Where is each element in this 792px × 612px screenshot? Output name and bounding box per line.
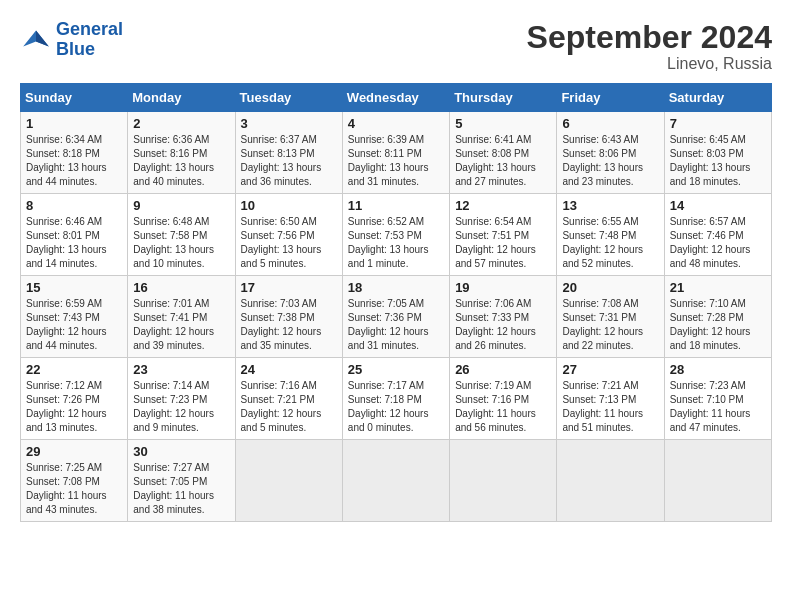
calendar-cell: 7 Sunrise: 6:45 AM Sunset: 8:03 PM Dayli… [664, 112, 771, 194]
cell-date: 6 [562, 116, 658, 131]
cell-date: 11 [348, 198, 444, 213]
cell-date: 3 [241, 116, 337, 131]
cell-date: 20 [562, 280, 658, 295]
calendar-row: 1 Sunrise: 6:34 AM Sunset: 8:18 PM Dayli… [21, 112, 772, 194]
col-sunday: Sunday [21, 84, 128, 112]
calendar-cell: 16 Sunrise: 7:01 AM Sunset: 7:41 PM Dayl… [128, 276, 235, 358]
cell-info: Sunrise: 6:54 AM Sunset: 7:51 PM Dayligh… [455, 215, 551, 271]
title-block: September 2024 Linevo, Russia [527, 20, 772, 73]
cell-info: Sunrise: 7:21 AM Sunset: 7:13 PM Dayligh… [562, 379, 658, 435]
cell-date: 17 [241, 280, 337, 295]
cell-date: 5 [455, 116, 551, 131]
logo: General Blue [20, 20, 123, 60]
cell-info: Sunrise: 7:03 AM Sunset: 7:38 PM Dayligh… [241, 297, 337, 353]
page-title: September 2024 [527, 20, 772, 55]
calendar-cell: 19 Sunrise: 7:06 AM Sunset: 7:33 PM Dayl… [450, 276, 557, 358]
cell-date: 30 [133, 444, 229, 459]
calendar-cell: 21 Sunrise: 7:10 AM Sunset: 7:28 PM Dayl… [664, 276, 771, 358]
calendar-cell: 24 Sunrise: 7:16 AM Sunset: 7:21 PM Dayl… [235, 358, 342, 440]
calendar-cell: 8 Sunrise: 6:46 AM Sunset: 8:01 PM Dayli… [21, 194, 128, 276]
cell-date: 9 [133, 198, 229, 213]
calendar-cell: 10 Sunrise: 6:50 AM Sunset: 7:56 PM Dayl… [235, 194, 342, 276]
logo-line1: General [56, 19, 123, 39]
calendar-row: 29 Sunrise: 7:25 AM Sunset: 7:08 PM Dayl… [21, 440, 772, 522]
calendar-cell [557, 440, 664, 522]
calendar-cell: 9 Sunrise: 6:48 AM Sunset: 7:58 PM Dayli… [128, 194, 235, 276]
cell-date: 21 [670, 280, 766, 295]
svg-marker-1 [36, 30, 49, 46]
calendar-row: 8 Sunrise: 6:46 AM Sunset: 8:01 PM Dayli… [21, 194, 772, 276]
cell-info: Sunrise: 7:05 AM Sunset: 7:36 PM Dayligh… [348, 297, 444, 353]
cell-date: 24 [241, 362, 337, 377]
cell-info: Sunrise: 6:45 AM Sunset: 8:03 PM Dayligh… [670, 133, 766, 189]
logo-icon [20, 24, 52, 56]
cell-info: Sunrise: 6:34 AM Sunset: 8:18 PM Dayligh… [26, 133, 122, 189]
col-friday: Friday [557, 84, 664, 112]
calendar-header: Sunday Monday Tuesday Wednesday Thursday… [21, 84, 772, 112]
calendar-cell [664, 440, 771, 522]
cell-date: 28 [670, 362, 766, 377]
cell-date: 18 [348, 280, 444, 295]
cell-info: Sunrise: 6:43 AM Sunset: 8:06 PM Dayligh… [562, 133, 658, 189]
logo-line2: Blue [56, 39, 95, 59]
calendar-cell: 27 Sunrise: 7:21 AM Sunset: 7:13 PM Dayl… [557, 358, 664, 440]
cell-info: Sunrise: 7:17 AM Sunset: 7:18 PM Dayligh… [348, 379, 444, 435]
cell-info: Sunrise: 6:52 AM Sunset: 7:53 PM Dayligh… [348, 215, 444, 271]
calendar-cell: 3 Sunrise: 6:37 AM Sunset: 8:13 PM Dayli… [235, 112, 342, 194]
calendar-row: 15 Sunrise: 6:59 AM Sunset: 7:43 PM Dayl… [21, 276, 772, 358]
calendar-row: 22 Sunrise: 7:12 AM Sunset: 7:26 PM Dayl… [21, 358, 772, 440]
calendar-cell: 13 Sunrise: 6:55 AM Sunset: 7:48 PM Dayl… [557, 194, 664, 276]
calendar-cell [342, 440, 449, 522]
calendar-cell: 26 Sunrise: 7:19 AM Sunset: 7:16 PM Dayl… [450, 358, 557, 440]
cell-info: Sunrise: 7:23 AM Sunset: 7:10 PM Dayligh… [670, 379, 766, 435]
calendar-cell: 12 Sunrise: 6:54 AM Sunset: 7:51 PM Dayl… [450, 194, 557, 276]
calendar-cell [235, 440, 342, 522]
cell-info: Sunrise: 6:57 AM Sunset: 7:46 PM Dayligh… [670, 215, 766, 271]
cell-date: 10 [241, 198, 337, 213]
cell-info: Sunrise: 7:16 AM Sunset: 7:21 PM Dayligh… [241, 379, 337, 435]
calendar-cell: 17 Sunrise: 7:03 AM Sunset: 7:38 PM Dayl… [235, 276, 342, 358]
cell-info: Sunrise: 6:37 AM Sunset: 8:13 PM Dayligh… [241, 133, 337, 189]
cell-date: 7 [670, 116, 766, 131]
page-subtitle: Linevo, Russia [527, 55, 772, 73]
calendar-cell [450, 440, 557, 522]
header-row: Sunday Monday Tuesday Wednesday Thursday… [21, 84, 772, 112]
cell-date: 27 [562, 362, 658, 377]
cell-info: Sunrise: 7:12 AM Sunset: 7:26 PM Dayligh… [26, 379, 122, 435]
col-monday: Monday [128, 84, 235, 112]
cell-date: 29 [26, 444, 122, 459]
logo-text: General Blue [56, 20, 123, 60]
cell-info: Sunrise: 6:46 AM Sunset: 8:01 PM Dayligh… [26, 215, 122, 271]
calendar-cell: 1 Sunrise: 6:34 AM Sunset: 8:18 PM Dayli… [21, 112, 128, 194]
cell-info: Sunrise: 7:06 AM Sunset: 7:33 PM Dayligh… [455, 297, 551, 353]
cell-info: Sunrise: 6:55 AM Sunset: 7:48 PM Dayligh… [562, 215, 658, 271]
calendar-cell: 23 Sunrise: 7:14 AM Sunset: 7:23 PM Dayl… [128, 358, 235, 440]
cell-date: 13 [562, 198, 658, 213]
col-wednesday: Wednesday [342, 84, 449, 112]
cell-date: 23 [133, 362, 229, 377]
calendar-cell: 20 Sunrise: 7:08 AM Sunset: 7:31 PM Dayl… [557, 276, 664, 358]
calendar-table: Sunday Monday Tuesday Wednesday Thursday… [20, 83, 772, 522]
cell-date: 12 [455, 198, 551, 213]
calendar-cell: 6 Sunrise: 6:43 AM Sunset: 8:06 PM Dayli… [557, 112, 664, 194]
cell-info: Sunrise: 6:50 AM Sunset: 7:56 PM Dayligh… [241, 215, 337, 271]
cell-info: Sunrise: 6:39 AM Sunset: 8:11 PM Dayligh… [348, 133, 444, 189]
cell-info: Sunrise: 6:41 AM Sunset: 8:08 PM Dayligh… [455, 133, 551, 189]
cell-info: Sunrise: 7:25 AM Sunset: 7:08 PM Dayligh… [26, 461, 122, 517]
col-tuesday: Tuesday [235, 84, 342, 112]
cell-date: 4 [348, 116, 444, 131]
cell-date: 8 [26, 198, 122, 213]
calendar-cell: 28 Sunrise: 7:23 AM Sunset: 7:10 PM Dayl… [664, 358, 771, 440]
cell-date: 26 [455, 362, 551, 377]
cell-info: Sunrise: 7:27 AM Sunset: 7:05 PM Dayligh… [133, 461, 229, 517]
cell-info: Sunrise: 6:48 AM Sunset: 7:58 PM Dayligh… [133, 215, 229, 271]
col-thursday: Thursday [450, 84, 557, 112]
cell-info: Sunrise: 6:59 AM Sunset: 7:43 PM Dayligh… [26, 297, 122, 353]
calendar-cell: 11 Sunrise: 6:52 AM Sunset: 7:53 PM Dayl… [342, 194, 449, 276]
cell-date: 16 [133, 280, 229, 295]
cell-date: 25 [348, 362, 444, 377]
cell-info: Sunrise: 7:10 AM Sunset: 7:28 PM Dayligh… [670, 297, 766, 353]
calendar-cell: 4 Sunrise: 6:39 AM Sunset: 8:11 PM Dayli… [342, 112, 449, 194]
calendar-cell: 29 Sunrise: 7:25 AM Sunset: 7:08 PM Dayl… [21, 440, 128, 522]
calendar-cell: 18 Sunrise: 7:05 AM Sunset: 7:36 PM Dayl… [342, 276, 449, 358]
